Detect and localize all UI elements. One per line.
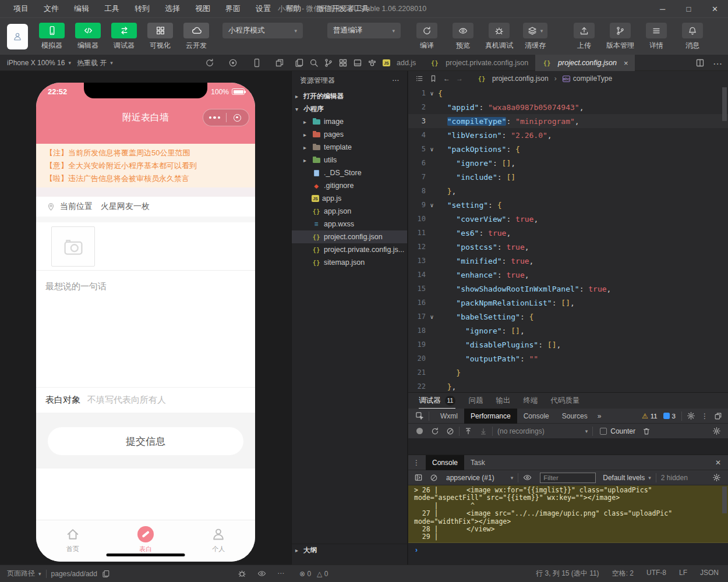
menu-item[interactable]: 项目 — [6, 0, 36, 17]
tree-item[interactable]: ▾小程序 — [292, 102, 407, 115]
devtools-tab-Console[interactable]: Console — [517, 409, 556, 424]
breadcrumb-file[interactable]: {} project.config.json — [477, 74, 549, 83]
tree-item[interactable]: ._DS_Store — [292, 166, 407, 179]
menu-item[interactable]: 设置 — [248, 0, 278, 17]
source-control-icon[interactable] — [324, 58, 333, 68]
console-warning-entry[interactable]: > 26 | <image wx:for="{{imglist}}" class… — [408, 485, 728, 543]
message-textarea[interactable]: 最想说的一句话 — [36, 271, 255, 387]
perf-settings-icon[interactable] — [712, 427, 721, 435]
compile-mode-select[interactable]: 普通编译▾ — [327, 23, 401, 38]
mode-select[interactable]: 小程序模式▾ — [222, 23, 303, 38]
breadcrumb-symbol[interactable]: abc compileType — [563, 74, 612, 83]
tree-item[interactable]: ▸打开的编辑器 — [292, 90, 407, 102]
extensions-icon[interactable] — [338, 58, 348, 68]
outline-section[interactable]: ▸ 大纲 — [292, 544, 407, 556]
console-tab-Console[interactable]: Console — [426, 455, 464, 470]
menu-item[interactable]: 转到 — [127, 0, 157, 17]
user-avatar[interactable] — [7, 24, 28, 49]
window-minimize-button[interactable]: ─ — [649, 0, 676, 17]
tree-item[interactable]: ▸pages — [292, 128, 407, 141]
tab-project.config.json[interactable]: {}project.config.json× — [535, 55, 635, 71]
toolbar-grid-button[interactable]: 可视化 — [142, 23, 178, 51]
hot-reload-toggle[interactable]: 热重载 开▾ — [77, 55, 113, 71]
tree-item[interactable]: {}sitemap.json — [292, 256, 407, 269]
toolbar-cloud-button[interactable]: 云开发 — [178, 23, 214, 51]
action-layers-button[interactable]: ▾清缓存 — [517, 23, 553, 51]
action-message-button[interactable]: 消息 — [674, 23, 711, 51]
devtools-menu-icon[interactable]: ⋮ — [701, 412, 708, 420]
tree-item[interactable]: ▸utils — [292, 154, 407, 166]
clear-icon[interactable] — [446, 427, 454, 435]
tree-item[interactable]: ≡app.wxss — [292, 218, 407, 230]
vconsole-icon[interactable] — [238, 569, 246, 578]
status-segment[interactable]: 空格: 2 — [612, 569, 634, 579]
more-tabs-icon[interactable]: » — [598, 412, 602, 420]
nav-forward-icon[interactable]: → — [456, 74, 463, 83]
copy-path-icon[interactable] — [102, 570, 110, 578]
filter-input[interactable] — [540, 473, 596, 483]
devtools-tab-Sources[interactable]: Sources — [556, 409, 594, 424]
tree-item[interactable]: ▸template — [292, 141, 407, 154]
close-console-icon[interactable]: ✕ — [715, 459, 721, 467]
status-segment[interactable]: UTF-8 — [646, 569, 666, 579]
reload-icon[interactable] — [431, 427, 439, 435]
upload-image-button[interactable] — [51, 226, 95, 267]
close-target-icon[interactable] — [227, 114, 249, 122]
devtools-settings-icon[interactable] — [687, 411, 695, 420]
action-version-button[interactable]: 版本管理 — [602, 23, 638, 51]
device-frame-icon[interactable] — [252, 58, 261, 68]
popout-icon[interactable] — [714, 412, 722, 420]
load-profile-icon[interactable] — [464, 427, 472, 435]
sim-more-icon[interactable]: ⋯ — [277, 569, 284, 578]
hidden-count[interactable]: 2 hidden — [661, 474, 688, 482]
device-select[interactable]: iPhone X 100% 16▾ — [7, 55, 71, 71]
capsule-menu[interactable] — [203, 109, 249, 126]
close-icon[interactable]: × — [624, 59, 628, 68]
files-icon[interactable] — [295, 58, 304, 68]
menu-item[interactable]: 界面 — [218, 0, 248, 17]
devtools-tab-Performance[interactable]: Performance — [464, 409, 517, 424]
warning-count-status[interactable]: △ 0 — [317, 570, 328, 578]
bookmark-icon[interactable] — [429, 74, 437, 83]
outline-list-icon[interactable] — [415, 74, 423, 83]
miniapp-tab-个人[interactable]: 个人 — [182, 520, 255, 562]
toolbar-simulator-button[interactable]: 模拟器 — [34, 23, 70, 51]
info-count[interactable]: 3 — [663, 413, 676, 420]
path-label[interactable]: 页面路径 — [7, 569, 35, 579]
visibility-icon[interactable] — [257, 569, 266, 578]
console-settings-icon[interactable] — [712, 473, 721, 482]
tree-item[interactable]: ▸image — [292, 115, 407, 128]
submit-button[interactable]: 提交信息 — [48, 427, 243, 455]
page-path[interactable]: pages/add/add — [51, 570, 97, 578]
eye-icon[interactable] — [523, 473, 532, 482]
console-tab-Task[interactable]: Task — [464, 455, 492, 470]
fold-icon[interactable]: ∨ — [426, 202, 438, 208]
tree-item[interactable]: {}app.json — [292, 205, 407, 218]
record-button[interactable] — [416, 428, 423, 434]
window-maximize-button[interactable]: □ — [676, 0, 702, 17]
action-upload-button[interactable]: 上传 — [566, 23, 602, 51]
panel-tab-输出[interactable]: 输出 — [496, 393, 510, 409]
nav-back-icon[interactable]: ← — [443, 74, 450, 83]
tab-project.private.config.json[interactable]: {}project.private.config.json — [423, 55, 535, 71]
console-prompt[interactable]: › — [408, 543, 728, 554]
fold-icon[interactable]: ∨ — [426, 90, 438, 97]
panel-tab-代码质量[interactable]: 代码质量 — [550, 393, 579, 409]
record-icon[interactable] — [228, 58, 238, 68]
status-segment[interactable]: LF — [679, 569, 687, 579]
search-icon[interactable] — [309, 58, 319, 68]
editor-scrollbar[interactable] — [722, 87, 727, 121]
panel-icon[interactable] — [353, 58, 362, 68]
toolbar-code-button[interactable]: 编辑器 — [70, 23, 106, 51]
status-segment[interactable]: JSON — [700, 569, 719, 579]
console-scrollbar[interactable] — [722, 487, 727, 513]
console-menu-icon[interactable]: ⋮ — [413, 459, 420, 467]
action-details-button[interactable]: 详情 — [638, 23, 674, 51]
window-close-button[interactable]: ✕ — [702, 0, 728, 17]
split-editor-icon[interactable] — [695, 58, 705, 69]
clear-console-icon[interactable] — [430, 474, 438, 482]
toolbar-swap-button[interactable]: 调试器 — [106, 23, 142, 51]
action-preview-button[interactable]: 预览 — [445, 23, 481, 51]
tab-add.js[interactable]: JSadd.js — [376, 55, 423, 71]
menu-item[interactable]: 选择 — [157, 0, 188, 17]
